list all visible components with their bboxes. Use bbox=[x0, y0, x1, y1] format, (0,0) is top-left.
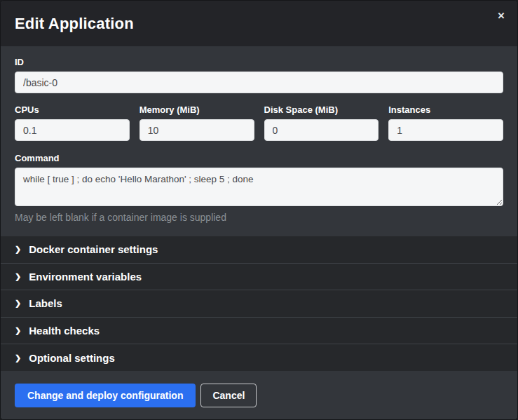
resource-fields-row: CPUs Memory (MiB) Disk Space (MiB) Insta… bbox=[15, 104, 503, 141]
disk-space-field-group: Disk Space (MiB) bbox=[264, 104, 379, 141]
command-help-text: May be left blank if a container image i… bbox=[15, 212, 503, 223]
section-label: Docker container settings bbox=[29, 243, 158, 255]
collapsible-sections: ❯ Docker container settings ❯ Environmen… bbox=[1, 236, 517, 371]
memory-input[interactable] bbox=[139, 119, 254, 141]
section-docker-container-settings[interactable]: ❯ Docker container settings bbox=[1, 236, 517, 263]
id-input[interactable] bbox=[15, 72, 503, 93]
chevron-right-icon: ❯ bbox=[15, 271, 21, 280]
chevron-right-icon: ❯ bbox=[15, 353, 21, 362]
id-field-group: ID bbox=[15, 57, 503, 93]
instances-input[interactable] bbox=[388, 119, 503, 141]
chevron-right-icon: ❯ bbox=[15, 245, 21, 254]
cpus-field-group: CPUs bbox=[15, 104, 130, 141]
section-label: Labels bbox=[29, 297, 62, 309]
command-label: Command bbox=[15, 153, 503, 163]
section-labels[interactable]: ❯ Labels bbox=[1, 290, 517, 317]
change-and-deploy-button[interactable]: Change and deploy configuration bbox=[15, 384, 196, 407]
section-health-checks[interactable]: ❯ Health checks bbox=[1, 317, 517, 344]
application-form: ID CPUs Memory (MiB) Disk Space (MiB) In… bbox=[1, 46, 517, 236]
instances-field-group: Instances bbox=[388, 104, 503, 141]
id-label: ID bbox=[15, 57, 503, 67]
disk-space-input[interactable] bbox=[264, 119, 379, 141]
memory-label: Memory (MiB) bbox=[139, 104, 254, 115]
close-icon[interactable]: ✕ bbox=[495, 10, 507, 22]
section-environment-variables[interactable]: ❯ Environment variables bbox=[1, 263, 517, 290]
section-label: Optional settings bbox=[29, 352, 115, 364]
memory-field-group: Memory (MiB) bbox=[139, 104, 254, 141]
command-field-group: Command while [ true ] ; do echo 'Hello … bbox=[15, 153, 503, 223]
instances-label: Instances bbox=[388, 104, 503, 115]
section-label: Health checks bbox=[29, 325, 100, 337]
modal-header: Edit Application ✕ bbox=[1, 1, 517, 46]
chevron-right-icon: ❯ bbox=[15, 326, 21, 335]
cancel-button[interactable]: Cancel bbox=[200, 384, 257, 407]
cpus-input[interactable] bbox=[15, 119, 130, 141]
section-optional-settings[interactable]: ❯ Optional settings bbox=[1, 344, 517, 371]
edit-application-modal: Edit Application ✕ ID CPUs Memory (MiB) … bbox=[0, 0, 518, 420]
chevron-right-icon: ❯ bbox=[15, 299, 21, 308]
cpus-label: CPUs bbox=[15, 104, 130, 115]
disk-space-label: Disk Space (MiB) bbox=[264, 104, 379, 115]
modal-title: Edit Application bbox=[15, 15, 134, 33]
command-textarea[interactable]: while [ true ] ; do echo 'Hello Marathon… bbox=[15, 168, 503, 206]
section-label: Environment variables bbox=[29, 271, 142, 283]
modal-footer: Change and deploy configuration Cancel bbox=[1, 371, 517, 419]
